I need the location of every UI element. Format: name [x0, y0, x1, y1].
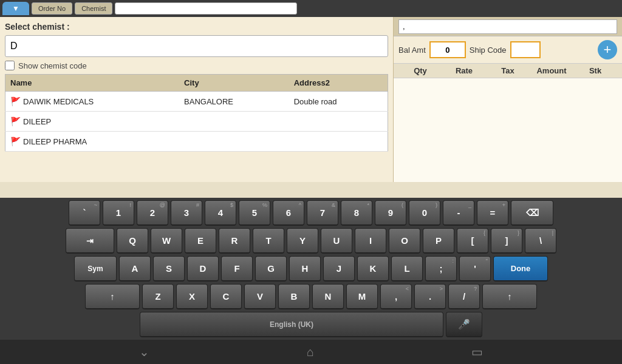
col-qty: Qty — [398, 66, 442, 75]
add-icon: + — [604, 43, 612, 56]
key-2[interactable]: 2 @ — [137, 200, 168, 226]
key-q[interactable]: Q — [117, 228, 148, 254]
key-row-zxcv: ↑ Z X C V B N M , < . > / ? ↑ — [2, 284, 620, 309]
key-h[interactable]: H — [289, 256, 321, 281]
chemist-city — [179, 112, 289, 132]
key-t[interactable]: T — [253, 228, 284, 254]
table-row[interactable]: 🚩DAIWIK MEDICALSBANGALOREDouble road — [5, 92, 388, 112]
key-3[interactable]: 3 # — [171, 200, 202, 226]
key-mic[interactable]: 🎤 — [446, 312, 482, 337]
col-city: City — [179, 75, 289, 92]
key-r[interactable]: R — [219, 228, 250, 254]
key-d[interactable]: D — [187, 256, 219, 281]
recents-button[interactable]: ▭ — [471, 345, 483, 359]
back-button[interactable]: ⌄ — [139, 345, 149, 359]
col-stk: Stk — [573, 66, 617, 75]
key-w[interactable]: W — [151, 228, 182, 254]
key-tab[interactable]: ⇥ — [66, 228, 114, 254]
key-row-numbers: ` ~ 1 ! 2 @ 3 # 4 $ 5 % 6 ^ 7 & 8 * 9 ( … — [2, 200, 620, 226]
key-quote[interactable]: ' " — [459, 256, 491, 281]
key-1[interactable]: 1 ! — [103, 200, 134, 226]
key-k[interactable]: K — [357, 256, 389, 281]
table-row[interactable]: 🚩DILEEP PHARMA — [5, 132, 388, 152]
key-x[interactable]: X — [176, 284, 208, 309]
key-c[interactable]: C — [210, 284, 242, 309]
key-backspace[interactable]: ⌫ — [511, 200, 553, 226]
key-close-bracket[interactable]: ] } — [491, 228, 522, 254]
ship-code-input[interactable] — [510, 41, 541, 58]
key-slash[interactable]: / ? — [448, 284, 480, 309]
key-m[interactable]: M — [346, 284, 378, 309]
key-comma[interactable]: , < — [380, 284, 412, 309]
chemist-address2 — [289, 112, 388, 132]
key-n[interactable]: N — [312, 284, 344, 309]
key-v[interactable]: V — [244, 284, 276, 309]
ship-code-label: Ship Code — [470, 46, 507, 55]
top-bar-field[interactable] — [115, 2, 297, 15]
key-space[interactable]: English (UK) — [140, 312, 443, 337]
key-7[interactable]: 7 & — [307, 200, 338, 226]
col-address2: Address2 — [289, 75, 388, 92]
show-code-checkbox[interactable] — [5, 61, 15, 70]
key-l[interactable]: L — [391, 256, 423, 281]
add-button[interactable]: + — [598, 40, 617, 59]
bal-amt-input[interactable] — [429, 41, 466, 58]
bal-amt-label: Bal Amt — [398, 46, 426, 55]
key-u[interactable]: U — [321, 228, 352, 254]
show-code-row: Show chemist code — [5, 61, 388, 70]
chemist-name: 🚩DAIWIK MEDICALS — [5, 92, 180, 112]
key-equals[interactable]: = + — [477, 200, 508, 226]
key-j[interactable]: J — [323, 256, 355, 281]
key-backtick[interactable]: ` ~ — [69, 200, 100, 226]
order-no-btn[interactable]: Order No — [32, 2, 72, 15]
key-g[interactable]: G — [255, 256, 287, 281]
key-8[interactable]: 8 * — [341, 200, 372, 226]
key-4[interactable]: 4 $ — [205, 200, 236, 226]
home-button[interactable]: ⌂ — [307, 345, 314, 359]
app-tab[interactable]: ▼ — [2, 2, 29, 15]
key-open-bracket[interactable]: [ { — [457, 228, 488, 254]
key-b[interactable]: B — [278, 284, 310, 309]
key-row-space: English (UK) 🎤 — [2, 312, 620, 337]
right-top-input[interactable] — [398, 19, 617, 34]
key-row-qwerty: ⇥ Q W E R T Y U I O P [ { ] } \ | — [2, 228, 620, 254]
col-name: Name — [5, 75, 180, 92]
right-table-header: Qty Rate Tax Amount Stk — [394, 64, 622, 78]
key-i[interactable]: I — [355, 228, 386, 254]
key-0[interactable]: 0 ) — [409, 200, 440, 226]
key-p[interactable]: P — [423, 228, 454, 254]
key-o[interactable]: O — [389, 228, 420, 254]
key-y[interactable]: Y — [287, 228, 318, 254]
key-done[interactable]: Done — [493, 256, 548, 281]
key-9[interactable]: 9 ( — [375, 200, 406, 226]
key-period[interactable]: . > — [414, 284, 446, 309]
keyboard: ` ~ 1 ! 2 @ 3 # 4 $ 5 % 6 ^ 7 & 8 * 9 ( … — [0, 198, 622, 364]
key-5[interactable]: 5 % — [239, 200, 270, 226]
chemist-name: 🚩DILEEP — [5, 112, 180, 132]
key-f[interactable]: F — [221, 256, 253, 281]
col-tax: Tax — [486, 66, 530, 75]
key-z[interactable]: Z — [142, 284, 174, 309]
key-shift-right[interactable]: ↑ — [482, 284, 537, 309]
chemist-city — [179, 132, 289, 152]
key-backslash[interactable]: \ | — [525, 228, 556, 254]
key-6[interactable]: 6 ^ — [273, 200, 304, 226]
key-semicolon[interactable]: ; : — [425, 256, 457, 281]
chemist-city: BANGALORE — [179, 92, 289, 112]
key-minus[interactable]: - _ — [443, 200, 474, 226]
bottom-nav: ⌄ ⌂ ▭ — [0, 340, 622, 364]
key-sym[interactable]: Sym — [74, 256, 117, 281]
chemist-search-input[interactable] — [5, 35, 388, 57]
show-code-label: Show chemist code — [18, 61, 87, 70]
table-row[interactable]: 🚩DILEEP — [5, 112, 388, 132]
left-panel: Select chemist : Show chemist code Name … — [0, 17, 394, 182]
chemist-table: Name City Address2 🚩DAIWIK MEDICALSBANGA… — [5, 74, 388, 152]
key-s[interactable]: S — [153, 256, 185, 281]
key-e[interactable]: E — [185, 228, 216, 254]
col-rate: Rate — [442, 66, 486, 75]
key-row-asdf: Sym A S D F G H J K L ; : ' " Done — [2, 256, 620, 281]
key-shift-left[interactable]: ↑ — [85, 284, 140, 309]
select-chemist-label: Select chemist : — [5, 22, 388, 32]
chemist-btn[interactable]: Chemist — [75, 2, 112, 15]
key-a[interactable]: A — [119, 256, 151, 281]
